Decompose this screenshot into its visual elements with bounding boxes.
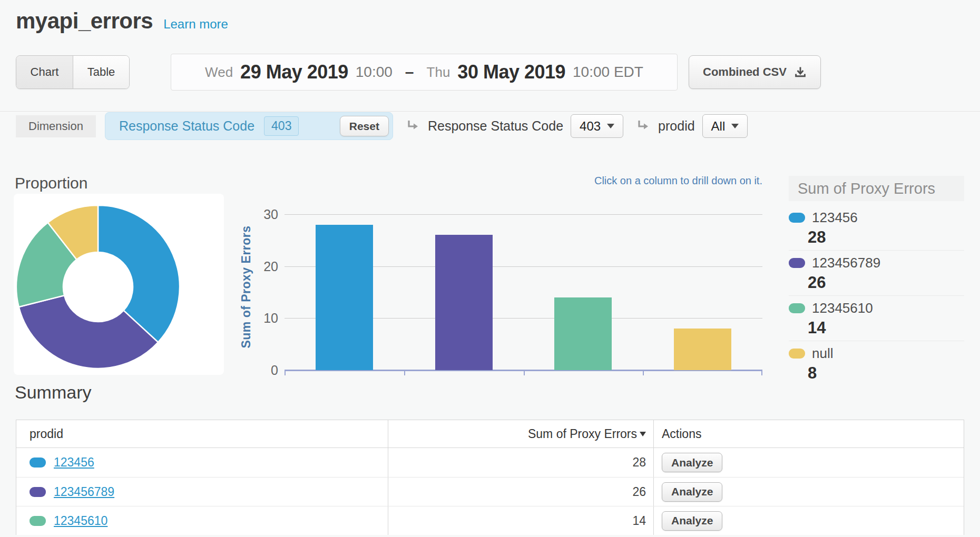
combined-csv-label: Combined CSV [703, 65, 787, 79]
y-tick-label-20: 20 [227, 258, 278, 274]
row-swatch [30, 458, 46, 468]
filter-bar: Dimension Response Status Code 403 Reset… [16, 112, 748, 140]
active-filter-chip[interactable]: Response Status Code 403 Reset [105, 112, 393, 140]
dashboard-page: myapi_errors Learn more Chart Table Wed … [0, 0, 980, 537]
divider [0, 111, 980, 112]
prodid-link-12345610[interactable]: 12345610 [54, 514, 107, 528]
page-header: myapi_errors Learn more [16, 8, 228, 34]
filter-chip-label: Response Status Code [119, 118, 254, 134]
column-header-actions: Actions [653, 420, 964, 448]
drilldown-label-response-status-code: Response Status Code [428, 118, 563, 134]
legend-item-123456: 12345628 [789, 205, 964, 251]
bar-123456[interactable] [316, 225, 373, 370]
chevron-down-icon [731, 124, 739, 128]
end-date: 30 May 2019 [457, 61, 565, 83]
drilldown-arrow-icon [405, 118, 420, 134]
legend-swatch [789, 303, 805, 313]
proportion-title: Proportion [15, 174, 87, 192]
analyze-button-123456[interactable]: Analyze [662, 453, 722, 472]
analyze-button-123456789[interactable]: Analyze [662, 482, 722, 502]
legend-title: Sum of Proxy Errors [789, 176, 964, 201]
legend-item-12345610: 1234561014 [789, 296, 964, 341]
chevron-down-icon [607, 124, 614, 128]
legend-value: 28 [808, 228, 964, 247]
filter-chip-value-badge: 403 [264, 116, 299, 136]
legend-value: 8 [808, 364, 964, 383]
summary-table: prodid Sum of Proxy Errors Actions 12345… [16, 420, 964, 535]
row-swatch [30, 487, 46, 497]
proportion-donut-card [14, 194, 224, 375]
response-status-code-dropdown[interactable]: 403 [571, 114, 623, 138]
chart-view-button[interactable]: Chart [16, 56, 73, 88]
response-status-code-value: 403 [580, 119, 601, 134]
donut-chart[interactable] [14, 194, 224, 375]
summary-table-header: prodid Sum of Proxy Errors Actions [16, 420, 964, 448]
table-view-button[interactable]: Table [73, 56, 129, 88]
table-row: 12345628Analyze [16, 448, 964, 477]
legend-label: 12345610 [812, 300, 873, 316]
legend-swatch [789, 213, 805, 223]
date-range-picker[interactable]: Wed 29 May 2019 10:00 – Thu 30 May 2019 … [171, 54, 678, 91]
sort-descending-icon [640, 432, 646, 436]
summary-heading: Summary [15, 382, 91, 403]
drilldown-hint: Click on a column to drill down on it. [499, 175, 762, 187]
drilldown-label-prodid: prodid [658, 118, 695, 134]
legend-value: 14 [808, 319, 964, 337]
drilldown-arrow-icon [635, 118, 651, 134]
bar-null[interactable] [674, 329, 731, 370]
dimension-label: Dimension [16, 115, 96, 137]
start-day: Wed [205, 64, 233, 81]
legend-item-123456789: 12345678926 [789, 251, 964, 296]
bar-12345610[interactable] [554, 297, 612, 370]
bar-chart-plot-area [285, 214, 762, 370]
sum-of-proxy-errors-value: 26 [632, 485, 646, 499]
x-axis-tick [404, 371, 405, 375]
page-title: myapi_errors [16, 8, 153, 34]
prodid-dropdown[interactable]: All [702, 114, 748, 138]
legend-item-null: null8 [789, 341, 964, 386]
start-date: 29 May 2019 [240, 61, 348, 83]
legend-label: 123456789 [812, 255, 880, 271]
table-row: 1234561014Analyze [16, 506, 964, 535]
legend-swatch [789, 349, 805, 359]
column-header-prodid[interactable]: prodid [16, 420, 388, 448]
download-icon [794, 66, 807, 78]
sum-of-proxy-errors-value: 14 [632, 514, 646, 528]
row-swatch [30, 516, 46, 526]
y-tick-label-0: 0 [227, 362, 278, 378]
learn-more-link[interactable]: Learn more [163, 17, 228, 32]
reset-button[interactable]: Reset [340, 116, 389, 136]
y-tick-label-30: 30 [227, 206, 278, 222]
end-day: Thu [427, 64, 450, 81]
x-axis-tick [643, 371, 644, 375]
view-toggle: Chart Table [16, 55, 130, 89]
analyze-button-12345610[interactable]: Analyze [662, 511, 722, 531]
x-axis-tick [524, 371, 525, 375]
sum-of-proxy-errors-value: 28 [632, 455, 646, 470]
bar-chart-y-axis-label: Sum of Proxy Errors [239, 225, 253, 348]
bar-123456789[interactable] [435, 235, 493, 370]
legend-label: 123456 [812, 210, 858, 226]
combined-csv-button[interactable]: Combined CSV [689, 55, 821, 89]
prodid-value: All [711, 119, 726, 134]
bar-chart-legend: Sum of Proxy Errors 12345628123456789261… [789, 176, 964, 386]
toolbar: Chart Table Wed 29 May 2019 10:00 – Thu … [16, 54, 821, 91]
y-tick-label-10: 10 [227, 310, 278, 326]
prodid-link-123456[interactable]: 123456 [54, 455, 94, 470]
column-header-sum-of-proxy-errors[interactable]: Sum of Proxy Errors [388, 420, 653, 448]
table-row: 12345678926Analyze [16, 477, 964, 506]
x-axis-tick [285, 371, 286, 375]
x-axis-tick [761, 371, 762, 375]
legend-value: 26 [808, 273, 964, 292]
date-range-separator: – [405, 63, 414, 81]
prodid-link-123456789[interactable]: 123456789 [54, 485, 114, 499]
legend-swatch [789, 258, 805, 268]
legend-label: null [812, 345, 833, 362]
end-time: 10:00 EDT [573, 64, 643, 81]
gridline-30 [285, 214, 762, 215]
start-time: 10:00 [356, 64, 393, 81]
